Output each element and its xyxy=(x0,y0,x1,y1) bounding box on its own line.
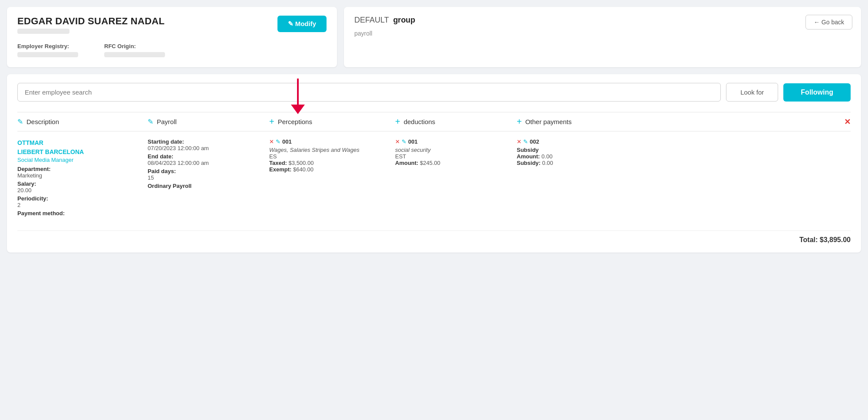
rfc-origin-label: RFC Origin: xyxy=(104,43,165,49)
end-date-label: End date: xyxy=(148,153,269,160)
periodicity-label: Periodicity: xyxy=(17,195,148,202)
col-label-perceptions: Perceptions xyxy=(278,118,312,125)
total-label: Total: xyxy=(799,236,818,244)
salary-value: 20.00 xyxy=(17,187,148,194)
group-prefix: DEFAULT xyxy=(354,16,389,24)
perception-delete-icon[interactable]: ✕ xyxy=(269,138,274,145)
search-row: Look for Following xyxy=(17,83,851,102)
col-header-deductions[interactable]: + deductions xyxy=(395,117,517,127)
other-delete-icon[interactable]: ✕ xyxy=(517,138,521,145)
other-subsidy-value: 0.00 xyxy=(542,160,553,166)
col-header-perceptions[interactable]: + Perceptions xyxy=(269,117,395,127)
payroll-type: Ordinary Payroll xyxy=(148,183,269,189)
perception-edit-icon[interactable]: ✎ xyxy=(276,138,281,145)
perception-taxed: Taxed: $3,500.00 xyxy=(269,160,395,166)
payment-method-label: Payment method: xyxy=(17,210,148,217)
search-input[interactable] xyxy=(17,83,721,102)
starting-date-label: Starting date: xyxy=(148,138,269,145)
employee-job-title[interactable]: Social Media Manager xyxy=(17,157,148,163)
edit-icon-description: ✎ xyxy=(17,118,23,126)
col-label-other-payments: Other payments xyxy=(525,118,572,125)
edit-icon-payroll: ✎ xyxy=(148,118,153,126)
col-label-description: Description xyxy=(26,118,59,125)
paid-days-value: 15 xyxy=(148,174,269,181)
employer-registry-label: Employer Registry: xyxy=(17,43,78,49)
deduction-code: 001 xyxy=(408,138,418,145)
other-code: 002 xyxy=(530,138,539,145)
col-header-description: ✎ Description xyxy=(17,118,148,126)
close-icon[interactable]: ✕ xyxy=(844,118,851,126)
group-title: DEFAULT group xyxy=(354,16,851,25)
employee-card: EDGAR DAVID SUAREZ NADAL ✎ Modify Employ… xyxy=(7,7,337,67)
deduction-amount-value: $245.00 xyxy=(420,160,440,166)
perception-code: 001 xyxy=(282,138,292,145)
deduction-delete-icon[interactable]: ✕ xyxy=(395,138,400,145)
other-amount: Amount: 0.00 xyxy=(517,153,851,160)
go-back-button[interactable]: ← Go back xyxy=(805,15,852,30)
col-header-other-payments[interactable]: + Other payments xyxy=(517,117,844,127)
other-name: Subsidy xyxy=(517,147,851,153)
total-value: $3,895.00 xyxy=(820,236,851,244)
plus-icon-other-payments: + xyxy=(517,117,522,127)
other-subsidy: Subsidy: 0.00 xyxy=(517,160,851,166)
col-close-icon-container[interactable]: ✕ xyxy=(844,117,851,127)
perception-exempt: Exempt: $640.00 xyxy=(269,166,395,173)
end-date-value: 08/04/2023 12:00:00 am xyxy=(148,160,269,166)
other-amount-value: 0.00 xyxy=(541,153,552,160)
modify-button[interactable]: ✎ Modify xyxy=(277,16,327,32)
employer-registry-value xyxy=(17,52,78,57)
department-value: Marketing xyxy=(17,172,148,179)
periodicity-value: 2 xyxy=(17,202,148,208)
deduction-amount: Amount: $245.00 xyxy=(395,160,517,166)
main-section: Look for Following ✎ Description ✎ Payro… xyxy=(7,74,861,253)
group-card: DEFAULT group ← Go back payroll xyxy=(344,7,861,67)
col-header-payroll: ✎ Payroll xyxy=(148,118,269,126)
group-subtitle: payroll xyxy=(354,30,851,37)
perception-exempt-value: $640.00 xyxy=(293,166,314,173)
cell-payroll: Starting date: 07/20/2023 12:00:00 am En… xyxy=(148,138,269,217)
employee-name: EDGAR DAVID SUAREZ NADAL xyxy=(17,16,165,27)
rfc-origin-value xyxy=(104,52,165,57)
starting-date-value: 07/20/2023 12:00:00 am xyxy=(148,145,269,151)
paid-days-label: Paid days: xyxy=(148,168,269,174)
cell-description: OTTMAR LIEBERT BARCELONA Social Media Ma… xyxy=(17,138,148,217)
columns-header: ✎ Description ✎ Payroll + Perceptions + … xyxy=(17,112,851,131)
perception-description: Wages, Salaries Stripes and Wages xyxy=(269,147,395,153)
department-label: Department: xyxy=(17,166,148,172)
salary-label: Salary: xyxy=(17,180,148,187)
group-name: group xyxy=(393,16,415,24)
plus-icon-deductions: + xyxy=(395,117,400,127)
following-button[interactable]: Following xyxy=(783,83,851,102)
employee-last-name[interactable]: LIEBERT BARCELONA xyxy=(17,148,148,157)
deduction-description: social security xyxy=(395,147,517,153)
perception-taxed-value: $3,500.00 xyxy=(289,160,314,166)
col-label-payroll: Payroll xyxy=(157,118,177,125)
perception-country: ES xyxy=(269,153,395,160)
other-edit-icon[interactable]: ✎ xyxy=(523,138,528,145)
cell-perceptions: ✕ ✎ 001 Wages, Salaries Stripes and Wage… xyxy=(269,138,395,217)
table-row: OTTMAR LIEBERT BARCELONA Social Media Ma… xyxy=(17,131,851,223)
cell-deductions: ✕ ✎ 001 social security EST Amount: $245… xyxy=(395,138,517,217)
col-label-deductions: deductions xyxy=(404,118,436,125)
total-row: Total: $3,895.00 xyxy=(17,230,851,244)
look-for-button[interactable]: Look for xyxy=(726,83,778,102)
deduction-country: EST xyxy=(395,153,517,160)
deduction-edit-icon[interactable]: ✎ xyxy=(402,138,406,145)
plus-icon-perceptions: + xyxy=(269,117,274,127)
employee-first-name[interactable]: OTTMAR xyxy=(17,138,148,148)
employee-id xyxy=(17,29,69,34)
cell-other-payments: ✕ ✎ 002 Subsidy Amount: 0.00 Subsidy: 0.… xyxy=(517,138,851,217)
